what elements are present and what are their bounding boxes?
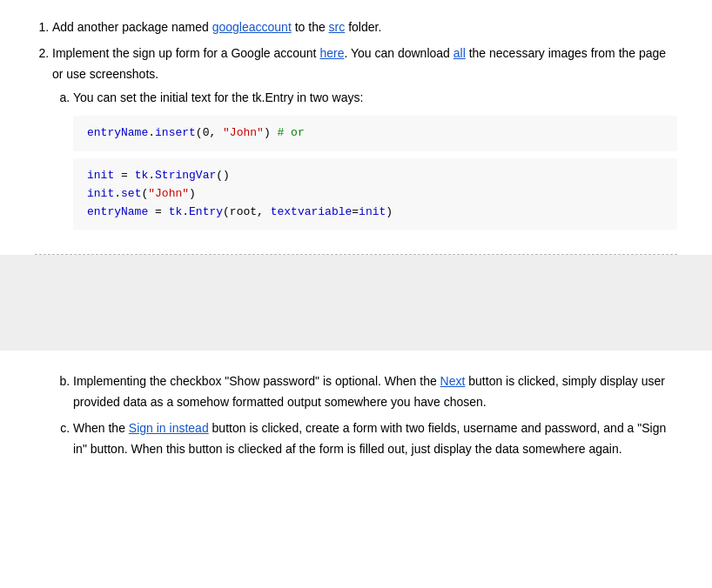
main-list: Add another package named googleaccount … bbox=[35, 17, 677, 230]
continued-list: Implementing the checkbox "Show password… bbox=[35, 371, 677, 459]
code-comment: # or bbox=[277, 126, 304, 139]
sub-b-text-before: Implementing the checkbox "Show password… bbox=[73, 374, 440, 388]
item2-link-all[interactable]: all bbox=[453, 46, 466, 60]
list-item-1: Add another package named googleaccount … bbox=[52, 17, 677, 38]
code-eq3: = bbox=[352, 205, 359, 218]
code-init3: init bbox=[359, 205, 386, 218]
code-tk2: tk bbox=[169, 205, 183, 218]
code-line-2: init = tk.StringVar() bbox=[87, 167, 663, 185]
code-set: set bbox=[121, 187, 141, 200]
page-container: Add another package named googleaccount … bbox=[0, 0, 712, 483]
continued-item-2: Implementing the checkbox "Show password… bbox=[52, 371, 677, 459]
code-line-3: init.set("John") bbox=[87, 185, 663, 204]
spacer-top bbox=[35, 237, 677, 254]
code-init1: init bbox=[87, 169, 114, 182]
code-paren1: (0, bbox=[196, 126, 223, 139]
code-entry: Entry bbox=[189, 205, 223, 218]
code-paren5: (root, bbox=[223, 205, 271, 218]
sub-item-a: You can set the initial text for the tk.… bbox=[73, 88, 677, 230]
code-dot1: . bbox=[148, 126, 155, 139]
item2-text-before: Implement the sign up form for a Google … bbox=[52, 46, 319, 60]
code-tk1: tk bbox=[135, 169, 149, 182]
code-parens: () bbox=[216, 169, 230, 182]
code-dot4: . bbox=[182, 205, 189, 218]
sub-list-bc: Implementing the checkbox "Show password… bbox=[52, 371, 677, 459]
item1-link-googleaccount[interactable]: googleaccount bbox=[212, 20, 292, 34]
sub-b-link-next[interactable]: Next bbox=[440, 374, 466, 388]
code-block-2: init = tk.StringVar() init.set("John") e… bbox=[73, 158, 677, 230]
code-entryname2: entryName bbox=[87, 205, 148, 218]
code-eq1: = bbox=[114, 169, 134, 182]
code-line-4: entryName = tk.Entry(root, textvariable=… bbox=[87, 204, 663, 222]
sub-item-b: Implementing the checkbox "Show password… bbox=[73, 371, 677, 413]
item2-link-here[interactable]: here bbox=[319, 46, 344, 60]
spacer-bottom bbox=[35, 351, 677, 368]
code-block-1: entryName.insert(0, "John") # or bbox=[73, 116, 677, 151]
sub-list: You can set the initial text for the tk.… bbox=[52, 88, 677, 230]
code-paren4: ) bbox=[189, 187, 196, 200]
item1-text-end: folder. bbox=[345, 20, 381, 34]
code-paren6: ) bbox=[386, 205, 393, 218]
code-textvar: textvariable bbox=[271, 205, 353, 218]
item1-text-before: Add another package named bbox=[52, 20, 212, 34]
code-john1: "John" bbox=[223, 126, 264, 139]
code-paren2: ) bbox=[264, 126, 278, 139]
code-init2: init bbox=[87, 187, 114, 200]
list-item-2: Implement the sign up form for a Google … bbox=[52, 43, 677, 231]
item1-link-src[interactable]: src bbox=[329, 20, 346, 34]
code-line-1: entryName.insert(0, "John") # or bbox=[87, 124, 663, 143]
item2-text-mid: . You can download bbox=[344, 46, 453, 60]
code-stringvar: StringVar bbox=[155, 169, 216, 182]
sub-c-text-before: When the bbox=[73, 421, 129, 435]
sub-item-a-text: You can set the initial text for the tk.… bbox=[73, 90, 363, 104]
code-dot3: . bbox=[114, 187, 121, 200]
item1-text-mid: to the bbox=[292, 20, 329, 34]
code-eq2: = bbox=[148, 205, 168, 218]
gray-bar bbox=[0, 255, 712, 351]
code-entryname: entryName bbox=[87, 126, 148, 139]
sub-c-link-signin[interactable]: Sign in instead bbox=[129, 421, 209, 435]
code-john2: "John" bbox=[148, 187, 189, 200]
code-dot2: . bbox=[148, 169, 155, 182]
code-insert: insert bbox=[155, 126, 196, 139]
sub-item-c: When the Sign in instead button is click… bbox=[73, 418, 677, 460]
